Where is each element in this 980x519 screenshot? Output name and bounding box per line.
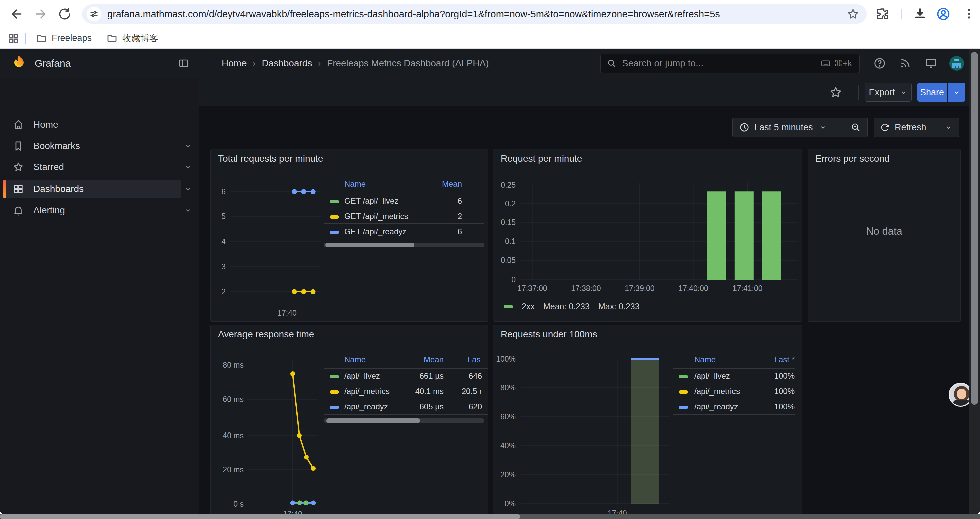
dashboards-grid-icon: [13, 184, 24, 195]
legend-col-mean[interactable]: Mean: [424, 355, 444, 364]
svg-text:20 ms: 20 ms: [223, 465, 244, 474]
sidebar-item-bookmarks[interactable]: Bookmarks: [0, 137, 199, 155]
legend-series-name[interactable]: /api/_livez: [694, 371, 730, 381]
user-avatar[interactable]: [949, 56, 964, 71]
series-swatch: [679, 390, 688, 394]
legend-series-name: 2xx: [522, 302, 535, 311]
sidebar-collapse-icon[interactable]: [178, 58, 189, 69]
downloads-icon[interactable]: [913, 7, 927, 21]
chevron-down-icon: [945, 123, 953, 131]
refresh-button[interactable]: Refresh: [873, 118, 938, 137]
legend-series-name[interactable]: /api/_metrics: [694, 387, 740, 396]
search-shortcut: ⌘+k: [821, 58, 852, 69]
sidebar-item-dashboards[interactable]: Dashboards: [0, 180, 199, 198]
sidebar-item-starred[interactable]: Starred: [0, 158, 199, 176]
dashboard-toolbar: Export Share: [199, 78, 969, 106]
legend-series-name[interactable]: GET /api/_livez: [344, 196, 398, 206]
zoom-out-button[interactable]: [844, 118, 868, 137]
sidebar-item-label: Bookmarks: [33, 141, 80, 151]
sidebar-item-home[interactable]: Home: [0, 115, 199, 134]
panel-title[interactable]: Average response time: [218, 329, 314, 340]
help-icon[interactable]: [872, 56, 887, 71]
panel-title[interactable]: Total requests per minute: [218, 153, 323, 164]
news-rss-icon[interactable]: [898, 56, 913, 71]
reload-button[interactable]: [57, 7, 72, 21]
url-text[interactable]: grafana.mathmast.com/d/deytv4rwavabkb/fr…: [107, 9, 843, 20]
panel-errors-per-second[interactable]: Errors per second No data: [808, 149, 961, 322]
grafana-header: Grafana Home › Dashboards › Freeleaps Me…: [0, 49, 980, 78]
bookmark-star-icon[interactable]: [846, 8, 859, 21]
svg-text:6: 6: [221, 187, 226, 196]
time-range-picker[interactable]: Last 5 minutes: [732, 118, 844, 137]
chevron-down-icon: [952, 88, 961, 96]
svg-text:0.1: 0.1: [505, 237, 516, 246]
legend-col-mean[interactable]: Mean: [442, 179, 462, 189]
sidebar-item-label: Dashboards: [33, 184, 84, 194]
legend-separator: [323, 193, 484, 193]
bookmark-folder-blogs[interactable]: 收藏博客: [107, 32, 158, 45]
legend-series-name[interactable]: /api/_readyz: [344, 402, 388, 412]
legend-series-mean: 6: [458, 227, 462, 236]
svg-text:80 ms: 80 ms: [223, 361, 244, 369]
legend-col-last[interactable]: Las: [468, 355, 480, 364]
legend-col-last[interactable]: Last *: [774, 355, 795, 364]
forward-button[interactable]: [33, 7, 48, 21]
breadcrumb-home[interactable]: Home: [222, 58, 247, 69]
chevron-down-icon: [184, 185, 192, 193]
panel-title[interactable]: Request per minute: [501, 153, 582, 164]
legend-col-name[interactable]: Name: [344, 179, 366, 189]
site-settings-icon[interactable]: [87, 7, 102, 21]
legend-separator: [323, 399, 488, 399]
legend-series-name[interactable]: /api/_readyz: [694, 402, 738, 412]
legend-separator: [673, 399, 795, 399]
kiosk-monitor-icon[interactable]: [924, 56, 938, 71]
bookmark-folder-freeleaps[interactable]: Freeleaps: [36, 33, 92, 44]
legend-separator: [673, 384, 795, 384]
legend-scrollbar-thumb[interactable]: [325, 243, 414, 248]
legend-series-name[interactable]: GET /api/_metrics: [344, 212, 408, 221]
search-placeholder: Search or jump to...: [622, 58, 821, 69]
browser-menu-icon[interactable]: [962, 7, 977, 21]
folder-icon: [107, 33, 118, 44]
sidebar-item-alerting[interactable]: Alerting: [0, 201, 199, 220]
series-swatch: [329, 390, 339, 394]
svg-text:0.25: 0.25: [501, 181, 516, 189]
grafana-brand[interactable]: Grafana: [35, 49, 71, 78]
share-button[interactable]: Share: [917, 83, 947, 102]
back-button[interactable]: [10, 7, 24, 21]
legend-col-name[interactable]: Name: [344, 355, 366, 364]
legend-series-name[interactable]: /api/_metrics: [344, 387, 390, 396]
legend-series-name[interactable]: GET /api/_readyz: [344, 227, 406, 236]
panel-title[interactable]: Errors per second: [815, 153, 889, 164]
refresh-interval-dropdown[interactable]: [938, 118, 959, 137]
extensions-icon[interactable]: [875, 7, 890, 21]
chevron-down-icon: [184, 163, 192, 171]
grafana-logo[interactable]: [10, 54, 28, 72]
share-dropdown-button[interactable]: [948, 83, 965, 102]
panel-requests-under-100ms[interactable]: Requests under 100ms 100%80%60%40%20%0%1…: [493, 325, 802, 514]
panel-request-per-minute[interactable]: Request per minute 0.250.20.150.10.05017…: [493, 149, 802, 322]
legend-col-name[interactable]: Name: [694, 355, 716, 364]
panel-total-requests-per-minute[interactable]: Total requests per minute 6543217:40 Nam…: [210, 149, 488, 322]
svg-text:60 ms: 60 ms: [223, 395, 244, 404]
vertical-scrollbar-thumb[interactable]: [970, 52, 978, 405]
profile-icon[interactable]: [936, 7, 951, 21]
legend-series-name[interactable]: /api/_livez: [344, 371, 380, 381]
favorite-star-icon[interactable]: [829, 86, 842, 99]
panel-average-response-time[interactable]: Average response time 80 ms60 ms40 ms20 …: [210, 325, 488, 514]
breadcrumb-dashboards[interactable]: Dashboards: [261, 58, 312, 69]
apps-grid-icon[interactable]: [7, 32, 19, 45]
url-bar[interactable]: grafana.mathmast.com/d/deytv4rwavabkb/fr…: [82, 4, 867, 24]
legend-scrollbar-thumb[interactable]: [326, 418, 420, 423]
export-button[interactable]: Export: [865, 83, 912, 102]
legend-series-last: 620: [469, 402, 482, 412]
grafana-page: Grafana Home › Dashboards › Freeleaps Me…: [0, 49, 980, 514]
legend-series-last: 646: [469, 371, 482, 381]
breadcrumb-separator: ›: [253, 58, 256, 69]
legend-series-last: 20.5 r: [461, 387, 482, 396]
zoom-out-icon: [850, 122, 861, 133]
panel-title[interactable]: Requests under 100ms: [501, 329, 597, 340]
legend-inline[interactable]: 2xx Mean: 0.233 Max: 0.233: [504, 302, 640, 311]
search-input[interactable]: Search or jump to... ⌘+k: [600, 54, 859, 73]
horizontal-scrollbar-thumb[interactable]: [0, 514, 520, 519]
